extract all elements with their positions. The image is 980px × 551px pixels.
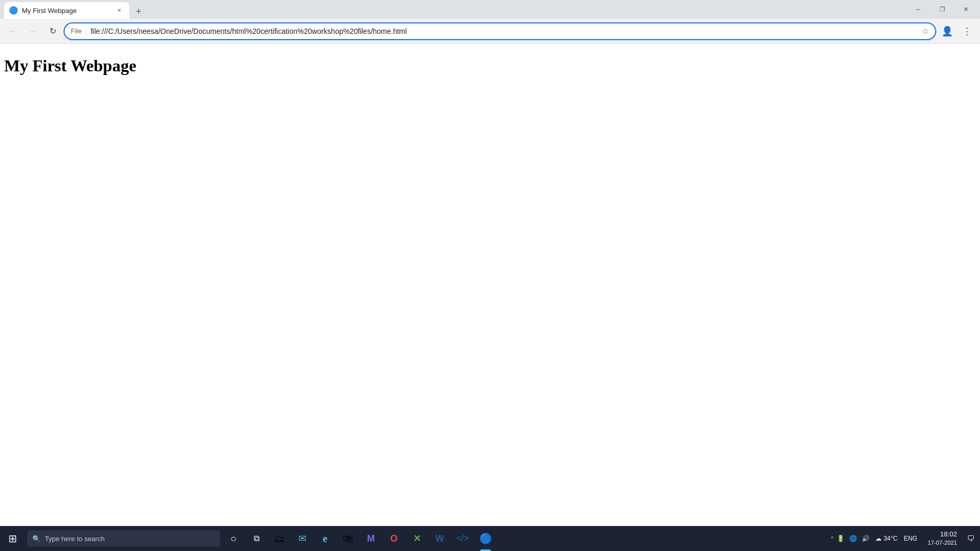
tray-weather[interactable]: ☁ 34°C (873, 535, 900, 542)
mail-icon: ✉ (299, 533, 306, 544)
url-input[interactable] (91, 27, 917, 35)
media-icon: M (367, 533, 375, 544)
tab-favicon: 🌐 (9, 6, 18, 15)
window-controls: ─ ❐ ✕ (904, 0, 980, 19)
clock-date: 17-07-2021 (928, 539, 957, 547)
cortana-button[interactable]: ○ (222, 526, 245, 551)
taskbar-explorer[interactable]: 🗂 (268, 526, 291, 551)
profile-button[interactable]: 👤 (938, 22, 956, 40)
taskbar-chrome[interactable]: 🔵 (474, 526, 497, 551)
maximize-button[interactable]: ❐ (930, 0, 954, 19)
system-tray: ^ 🔋 🌐 🔊 ☁ 34°C ENG (827, 526, 924, 551)
tab-strip: 🌐 My First Webpage × + (0, 0, 904, 19)
language-label[interactable]: ENG (902, 535, 920, 542)
taskview-icon: ⧉ (254, 534, 259, 543)
tab-title: My First Webpage (22, 7, 110, 15)
taskbar-mail[interactable]: ✉ (291, 526, 314, 551)
vscode-icon: </> (456, 534, 468, 543)
taskbar-word[interactable]: W (428, 526, 451, 551)
active-tab[interactable]: 🌐 My First Webpage × (4, 2, 129, 19)
xbox-icon: ✕ (413, 533, 421, 544)
taskbar: ⊞ 🔍 Type here to search ○ ⧉ 🗂 ✉ e 🛍 M (0, 526, 980, 551)
browser-content: My First Webpage (0, 44, 980, 526)
tray-network-icon[interactable]: 🌐 (848, 533, 859, 544)
taskbar-edge[interactable]: e (314, 526, 337, 551)
close-button[interactable]: ✕ (954, 0, 978, 19)
edge-icon: e (323, 533, 328, 545)
word-icon: W (436, 533, 444, 544)
page-heading: My First Webpage (4, 56, 976, 76)
back-button[interactable]: ← (4, 22, 22, 40)
tab-close-button[interactable]: × (115, 6, 124, 15)
address-bar[interactable]: File ☆ (64, 22, 936, 40)
taskview-button[interactable]: ⧉ (245, 526, 268, 551)
navigation-bar: ← → ↻ File ☆ 👤 ⋮ (0, 19, 980, 44)
weather-icon: ☁ (875, 535, 882, 542)
address-separator (86, 27, 86, 35)
tray-sound-icon[interactable]: 🔊 (861, 533, 871, 544)
search-bar[interactable]: 🔍 Type here to search (27, 530, 220, 547)
notification-button[interactable]: 🗨 (961, 526, 980, 551)
start-button[interactable]: ⊞ (0, 526, 25, 551)
protocol-label: File (71, 27, 82, 35)
taskbar-store[interactable]: 🛍 (337, 526, 359, 551)
taskbar-xbox[interactable]: ✕ (405, 526, 428, 551)
taskbar-office[interactable]: O (382, 526, 405, 551)
forward-button[interactable]: → (24, 22, 42, 40)
chrome-icon: 🔵 (479, 532, 492, 545)
taskbar-media[interactable]: M (359, 526, 382, 551)
title-bar: 🌐 My First Webpage × + ─ ❐ ✕ (0, 0, 980, 19)
bookmark-star-icon[interactable]: ☆ (922, 26, 929, 36)
clock-time: 18:02 (940, 530, 957, 539)
tray-expand-button[interactable]: ^ (831, 535, 834, 542)
tray-battery-icon[interactable]: 🔋 (836, 533, 846, 544)
cortana-icon: ○ (230, 533, 237, 545)
minimize-button[interactable]: ─ (906, 0, 930, 19)
clock-area[interactable]: 18:02 17-07-2021 (924, 526, 961, 551)
browser-menu-button[interactable]: ⋮ (958, 22, 976, 40)
taskbar-vscode[interactable]: </> (451, 526, 474, 551)
browser-window: 🌐 My First Webpage × + ─ ❐ ✕ ← → ↻ File … (0, 0, 980, 551)
office-icon: O (390, 533, 398, 544)
store-icon: 🛍 (343, 533, 353, 545)
search-icon: 🔍 (32, 535, 41, 543)
search-placeholder-text: Type here to search (45, 535, 105, 543)
new-tab-button[interactable]: + (131, 4, 146, 19)
explorer-icon: 🗂 (274, 533, 284, 545)
reload-button[interactable]: ↻ (44, 22, 61, 40)
temperature-text: 34°C (884, 535, 898, 542)
